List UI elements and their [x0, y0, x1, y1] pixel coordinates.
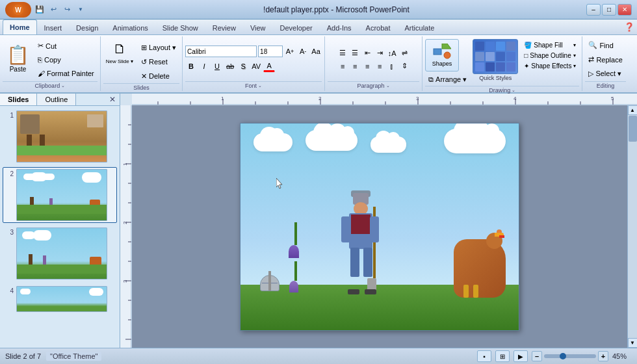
- slide-thumb-1[interactable]: 1: [3, 109, 117, 164]
- help-btn[interactable]: ❓: [624, 20, 637, 34]
- copy-btn[interactable]: ⎘ Copy: [34, 53, 98, 66]
- new-slide-dropdown[interactable]: New Slide ▾: [103, 58, 136, 66]
- align-left-btn[interactable]: ≡: [337, 60, 348, 72]
- slides-panel-close[interactable]: ✕: [105, 94, 120, 105]
- svg-text:3: 3: [122, 280, 128, 283]
- reset-btn[interactable]: ↺ Reset: [138, 55, 179, 68]
- paragraph-group-label[interactable]: Paragraph ⌄: [328, 81, 419, 90]
- clipboard-label[interactable]: Clipboard ⌄: [3, 81, 98, 90]
- cut-btn[interactable]: ✂ Cut: [34, 40, 98, 53]
- find-btn[interactable]: 🔍 Find: [585, 39, 616, 52]
- shape-outline-btn[interactable]: □ Shape Outline ▾: [521, 51, 579, 60]
- scroll-down-btn[interactable]: ▼: [628, 338, 638, 348]
- clear-format-btn[interactable]: Aa: [310, 46, 322, 57]
- numbered-btn[interactable]: ☰: [349, 47, 361, 59]
- office-button[interactable]: W: [5, 2, 31, 18]
- line-spacing-btn[interactable]: ⇕: [398, 60, 410, 72]
- increase-indent-btn[interactable]: ⇥: [374, 47, 385, 59]
- char-spacing-btn[interactable]: AV: [250, 60, 262, 72]
- scroll-track[interactable]: [628, 115, 637, 338]
- align-right-btn[interactable]: ≡: [361, 60, 373, 72]
- redo-qa-btn[interactable]: ↪: [61, 4, 73, 16]
- columns-btn[interactable]: ⫿: [386, 60, 398, 72]
- format-painter-label: Format Painter: [47, 70, 94, 77]
- font-name-select[interactable]: [185, 46, 257, 57]
- justify-btn[interactable]: ≡: [374, 60, 385, 72]
- slide-show-btn[interactable]: ▶: [514, 350, 528, 362]
- decrease-font-btn[interactable]: A-: [297, 46, 309, 57]
- minimize-btn[interactable]: –: [586, 4, 601, 16]
- quick-styles-box[interactable]: [473, 39, 518, 74]
- zoom-slider[interactable]: – +: [532, 351, 608, 361]
- clipboard-expand-icon: ⌄: [61, 83, 65, 88]
- cut-icon: ✂: [38, 42, 44, 50]
- tab-view[interactable]: View: [243, 20, 273, 34]
- arrange-icon: ⧉: [428, 75, 434, 84]
- replace-btn[interactable]: ⇄ Replace: [585, 53, 625, 66]
- maximize-btn[interactable]: □: [602, 4, 616, 16]
- tab-home[interactable]: Home: [3, 20, 37, 34]
- zoom-track[interactable]: [544, 354, 596, 358]
- increase-font-btn[interactable]: A+: [284, 46, 296, 57]
- slides-tab[interactable]: Slides: [0, 94, 37, 105]
- tab-articulate[interactable]: Articulate: [398, 20, 442, 34]
- slide-thumb-2[interactable]: 2: [3, 167, 117, 223]
- scroll-up-btn[interactable]: ▲: [628, 105, 638, 115]
- strikethrough-btn[interactable]: ab: [224, 60, 236, 72]
- drawing-content: Shapes ⧉ Arrange ▾: [425, 38, 579, 86]
- paste-btn[interactable]: 📋 Paste: [3, 38, 33, 81]
- bullets-btn[interactable]: ☰: [337, 47, 348, 59]
- bold-btn[interactable]: B: [185, 60, 197, 72]
- convert-smartart-btn[interactable]: ⇌: [398, 47, 410, 59]
- new-slide-btn[interactable]: 🗋 New Slide ▾: [103, 40, 136, 66]
- format-painter-btn[interactable]: 🖌 Format Painter: [34, 67, 98, 80]
- shapes-btn[interactable]: Shapes: [425, 39, 459, 72]
- svg-text:1: 1: [221, 96, 224, 101]
- vertical-scrollbar[interactable]: ▲ ▼: [627, 105, 637, 348]
- delete-icon: ✕: [141, 72, 147, 81]
- tab-review[interactable]: Review: [205, 20, 243, 34]
- slide-num-2: 2: [5, 169, 14, 177]
- shadow-btn[interactable]: S: [237, 60, 249, 72]
- layout-btn[interactable]: ⊞ Layout ▾: [138, 41, 179, 54]
- quick-styles-label: Quick Styles: [479, 75, 512, 81]
- undo-qa-btn[interactable]: ↩: [47, 4, 59, 16]
- outline-tab[interactable]: Outline: [37, 94, 76, 105]
- shape-fill-btn[interactable]: 🪣 Shape Fill ▾: [521, 40, 579, 50]
- main-slide: [240, 123, 519, 331]
- shape-effects-btn[interactable]: ✦ Shape Effects ▾: [521, 61, 579, 71]
- slide-thumb-3[interactable]: 3: [3, 226, 117, 281]
- tab-animations[interactable]: Animations: [105, 20, 155, 34]
- tab-developer[interactable]: Developer: [273, 20, 320, 34]
- scroll-thumb[interactable]: [629, 116, 637, 142]
- new-slide-top[interactable]: 🗋: [110, 40, 129, 58]
- tab-design[interactable]: Design: [69, 20, 105, 34]
- font-content: A+ A- Aa B I U ab S AV A: [185, 38, 322, 81]
- font-row1: A+ A- Aa: [185, 46, 322, 57]
- slide-thumb-4[interactable]: 4: [3, 284, 117, 314]
- font-size-select[interactable]: [258, 46, 283, 57]
- qa-dropdown-btn[interactable]: ▼: [75, 4, 86, 16]
- center-btn[interactable]: ≡: [349, 60, 361, 72]
- close-btn[interactable]: ✕: [618, 4, 632, 16]
- underline-btn[interactable]: U: [211, 60, 223, 72]
- font-color-btn[interactable]: A: [263, 60, 275, 72]
- tab-slideshow[interactable]: Slide Show: [155, 20, 205, 34]
- zoom-out-btn[interactable]: –: [532, 351, 542, 361]
- slide-canvas[interactable]: [132, 105, 627, 348]
- font-group-label[interactable]: Font ⌄: [185, 81, 322, 90]
- tab-acrobat[interactable]: Acrobat: [359, 20, 398, 34]
- normal-view-btn[interactable]: ▪: [477, 350, 491, 362]
- slides-group-label[interactable]: Slides: [103, 83, 179, 92]
- select-btn[interactable]: ▷ Select ▾: [585, 68, 625, 81]
- text-dir-btn[interactable]: ↕A: [386, 47, 398, 59]
- tab-addins[interactable]: Add-Ins: [320, 20, 359, 34]
- zoom-in-btn[interactable]: +: [598, 351, 608, 361]
- save-qa-btn[interactable]: 💾: [34, 4, 46, 16]
- decrease-indent-btn[interactable]: ⇤: [361, 47, 373, 59]
- delete-btn[interactable]: ✕ Delete: [138, 70, 179, 83]
- slide-sorter-btn[interactable]: ⊞: [495, 350, 510, 362]
- tab-insert[interactable]: Insert: [37, 20, 70, 34]
- arrange-btn[interactable]: ⧉ Arrange ▾: [425, 73, 470, 86]
- italic-btn[interactable]: I: [198, 60, 210, 72]
